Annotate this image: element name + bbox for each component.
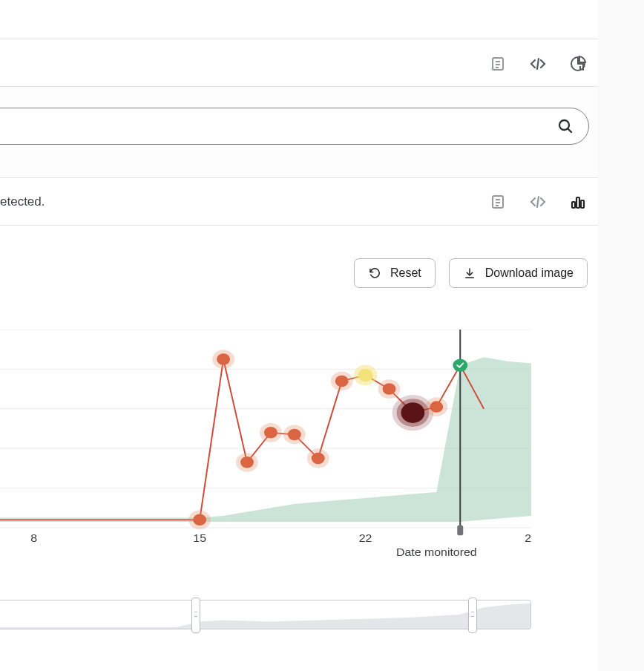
download-image-button[interactable]: Download image — [449, 258, 588, 288]
divider — [0, 39, 598, 39]
range-handle-start[interactable] — [191, 598, 200, 633]
status-text: etected. — [0, 194, 45, 209]
svg-rect-15 — [572, 202, 575, 208]
list-icon[interactable] — [488, 192, 507, 212]
anomaly-point[interactable] — [240, 456, 254, 468]
anomaly-point[interactable] — [430, 401, 443, 413]
search-input-pill[interactable] — [0, 108, 589, 145]
svg-rect-16 — [576, 197, 579, 208]
svg-rect-6 — [579, 66, 581, 71]
svg-text:29: 29 — [525, 533, 531, 544]
range-selector[interactable] — [0, 600, 531, 629]
anomaly-point[interactable] — [335, 376, 349, 387]
reset-icon — [368, 266, 381, 280]
search-icon[interactable] — [556, 117, 575, 136]
chart-main[interactable]: 8152229Date monitored — [0, 330, 531, 560]
anomaly-point[interactable] — [383, 383, 396, 395]
chart-container: 8152229Date monitored — [0, 318, 598, 658]
anomaly-point[interactable] — [217, 353, 230, 365]
anomaly-point[interactable] — [312, 453, 325, 465]
anomaly-point[interactable] — [288, 429, 301, 441]
warning-point[interactable] — [358, 369, 373, 382]
svg-line-14 — [537, 197, 539, 207]
list-icon[interactable] — [488, 54, 507, 73]
view-toolbar-status — [488, 192, 588, 212]
reset-label: Reset — [390, 266, 421, 280]
svg-point-4 — [490, 67, 495, 71]
download-label: Download image — [485, 266, 574, 280]
search-section — [0, 86, 598, 178]
code-icon[interactable] — [528, 192, 548, 212]
svg-text:15: 15 — [193, 533, 206, 544]
critical-point[interactable] — [401, 402, 424, 423]
search-input[interactable] — [0, 120, 269, 133]
download-icon — [463, 266, 476, 280]
svg-line-5 — [537, 59, 539, 69]
x-axis-label: Date monitored — [396, 547, 477, 558]
range-svg[interactable] — [0, 600, 530, 629]
bar-chart-icon[interactable] — [568, 192, 588, 212]
reset-button[interactable]: Reset — [354, 258, 436, 288]
code-icon[interactable] — [528, 54, 548, 73]
range-handle-end[interactable] — [468, 598, 477, 633]
pie-bars-icon[interactable] — [568, 54, 588, 73]
svg-text:8: 8 — [30, 533, 37, 544]
ok-point[interactable] — [453, 359, 467, 371]
chart-actions: Reset Download image — [354, 258, 588, 288]
svg-text:22: 22 — [359, 533, 372, 544]
status-row: etected. — [0, 178, 598, 226]
marker-handle[interactable] — [457, 526, 463, 536]
chart-svg[interactable]: 8152229Date monitored — [0, 330, 531, 560]
view-toolbar-top — [488, 49, 588, 79]
anomaly-point[interactable] — [264, 427, 277, 439]
right-gutter — [598, 0, 644, 671]
anomaly-point[interactable] — [193, 514, 206, 526]
svg-rect-7 — [582, 64, 584, 71]
svg-rect-17 — [581, 200, 584, 208]
svg-line-9 — [568, 128, 571, 132]
